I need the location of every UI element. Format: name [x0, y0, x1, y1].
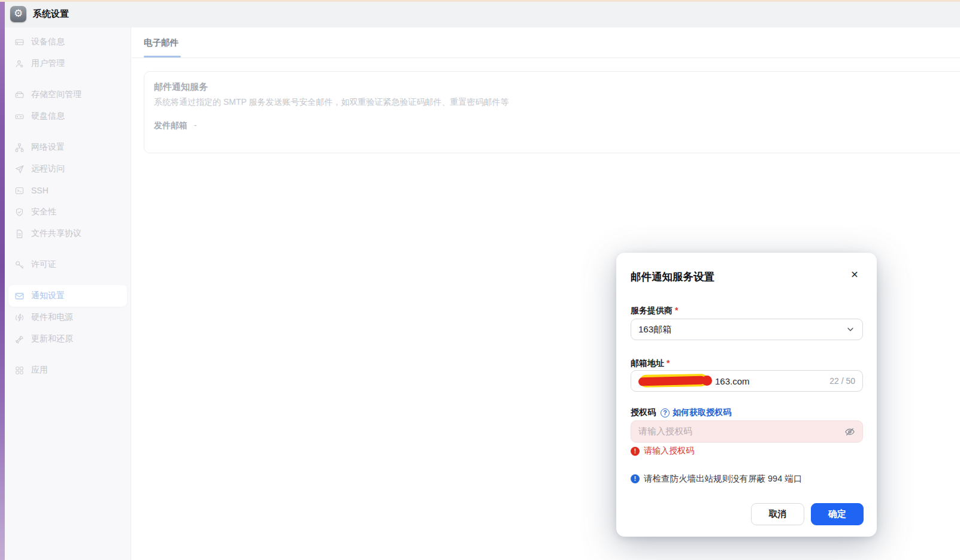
disk-icon — [14, 111, 25, 122]
error-circle-icon: ! — [631, 447, 640, 456]
char-counter: 22 / 50 — [829, 376, 855, 386]
sender-mailbox-label: 发件邮箱 — [154, 120, 187, 130]
users-icon — [14, 59, 25, 69]
sidebar-item-hardware-power[interactable]: 硬件和电源 — [8, 307, 127, 328]
cancel-button[interactable]: 取消 — [751, 503, 804, 525]
tab-active-underline — [144, 56, 181, 57]
device-info-icon — [14, 37, 25, 47]
provider-select[interactable]: 163邮箱 — [631, 319, 863, 340]
power-icon — [14, 313, 25, 323]
auth-code-label: 授权码 — [631, 407, 656, 418]
sidebar-item-label: 文件共享协议 — [31, 228, 81, 239]
dialog-buttons: 取消 确定 — [751, 503, 864, 525]
shield-icon — [14, 207, 25, 217]
sidebar-item-label: 通知设置 — [31, 290, 65, 301]
apps-icon — [14, 365, 25, 376]
sidebar-item-remote-access[interactable]: 远程访问 — [8, 158, 127, 180]
sidebar-group-gap — [5, 244, 131, 254]
top-bar: ⚙ 系统设置 — [5, 0, 960, 28]
sidebar-item-security[interactable]: 安全性 — [8, 201, 127, 223]
sidebar-item-label: 硬件和电源 — [31, 312, 73, 323]
tab-bar: 电子邮件 — [132, 28, 960, 58]
gear-icon: ⚙ — [10, 6, 26, 22]
sidebar-item-label: 许可证 — [31, 259, 56, 270]
sender-mailbox-row: 发件邮箱 - — [154, 120, 197, 131]
sidebar-item-label: 设备信息 — [31, 37, 65, 47]
auth-code-help-link[interactable]: 如何获取授权码 — [673, 407, 731, 418]
email-input[interactable]: 163.com 22 / 50 — [631, 370, 863, 392]
auth-code-error-row: ! 请输入授权码 — [631, 446, 694, 456]
email-label: 邮箱地址* — [631, 358, 670, 369]
sidebar-item-label: 安全性 — [31, 207, 56, 217]
sidebar-item-label: 网络设置 — [31, 142, 65, 153]
firewall-info-text: 请检查防火墙出站规则没有屏蔽 994 端口 — [644, 473, 802, 485]
sidebar-item-device-info[interactable]: 设备信息 — [8, 31, 127, 53]
sidebar-item-user-management[interactable]: 用户管理 — [8, 53, 127, 74]
sidebar-group-gap — [5, 350, 131, 359]
auth-code-error-text: 请输入授权码 — [644, 446, 694, 456]
provider-selected-value: 163邮箱 — [638, 324, 671, 335]
sidebar-item-license[interactable]: 许可证 — [8, 254, 127, 276]
key-icon — [14, 260, 25, 270]
sidebar-item-label: 远程访问 — [31, 164, 65, 174]
auth-code-label-row: 授权码 ? 如何获取授权码 — [631, 407, 731, 418]
sidebar-item-label: 存储空间管理 — [31, 89, 81, 100]
sidebar-group-gap — [5, 276, 131, 285]
sidebar-item-storage[interactable]: 存储空间管理 — [8, 84, 127, 105]
sidebar-item-label: 硬盘信息 — [31, 111, 65, 122]
sidebar-group-gap — [5, 74, 131, 84]
accent-left-strip — [0, 0, 5, 560]
tab-email[interactable]: 电子邮件 — [144, 37, 178, 49]
info-circle-icon: ! — [631, 474, 640, 483]
network-icon — [14, 143, 25, 153]
rocket-icon — [14, 334, 25, 344]
redacted-email-scribble — [638, 373, 715, 389]
card-description: 系统将通过指定的 SMTP 服务发送账号安全邮件，如双重验证紧急验证码邮件、重置… — [154, 97, 508, 108]
close-icon[interactable]: ✕ — [848, 268, 861, 281]
card-title: 邮件通知服务 — [154, 81, 208, 93]
sidebar-item-apps[interactable]: 应用 — [8, 359, 127, 381]
confirm-button[interactable]: 确定 — [811, 503, 864, 525]
sidebar-item-file-sharing[interactable]: 文件共享协议 — [8, 223, 127, 244]
sidebar-item-label: 应用 — [31, 365, 48, 376]
chevron-down-icon — [846, 325, 855, 334]
window-top-edge — [0, 0, 960, 2]
provider-label: 服务提供商* — [631, 305, 678, 316]
terminal-icon — [14, 186, 25, 196]
sidebar-item-network[interactable]: 网络设置 — [8, 137, 127, 158]
sidebar: 设备信息 用户管理 存储空间管理 硬盘信息 网络设置 远程访问 SSH 安全性 … — [5, 28, 131, 560]
auth-code-input[interactable]: 请输入授权码 — [631, 420, 863, 443]
sidebar-item-disk-info[interactable]: 硬盘信息 — [8, 105, 127, 127]
remote-access-icon — [14, 164, 25, 174]
sidebar-item-label: 用户管理 — [31, 58, 65, 69]
eye-off-icon[interactable] — [844, 426, 855, 437]
storage-icon — [14, 90, 25, 100]
required-asterisk: * — [667, 358, 670, 368]
sidebar-item-notifications[interactable]: 通知设置 — [8, 285, 127, 307]
sidebar-item-update-restore[interactable]: 更新和还原 — [8, 328, 127, 350]
sidebar-group-gap — [5, 127, 131, 137]
sidebar-item-label: SSH — [31, 186, 49, 195]
question-circle-icon[interactable]: ? — [661, 408, 670, 417]
mail-service-settings-dialog: 邮件通知服务设置 ✕ 服务提供商* 163邮箱 邮箱地址* 163.com 22… — [616, 253, 877, 537]
sidebar-item-label: 更新和还原 — [31, 334, 73, 344]
required-asterisk: * — [675, 305, 678, 315]
email-visible-text: 163.com — [715, 376, 750, 386]
mail-icon — [14, 291, 25, 301]
auth-code-placeholder: 请输入授权码 — [638, 426, 692, 437]
app-title: 系统设置 — [33, 8, 69, 20]
dialog-title: 邮件通知服务设置 — [631, 270, 714, 284]
sidebar-item-ssh[interactable]: SSH — [8, 180, 127, 201]
file-share-icon — [14, 229, 25, 239]
mail-service-card: 邮件通知服务 系统将通过指定的 SMTP 服务发送账号安全邮件，如双重验证紧急验… — [144, 71, 960, 153]
firewall-info-row: ! 请检查防火墙出站规则没有屏蔽 994 端口 — [631, 473, 802, 485]
redaction-scribble-dot — [702, 376, 712, 386]
sender-mailbox-value: - — [194, 120, 197, 130]
